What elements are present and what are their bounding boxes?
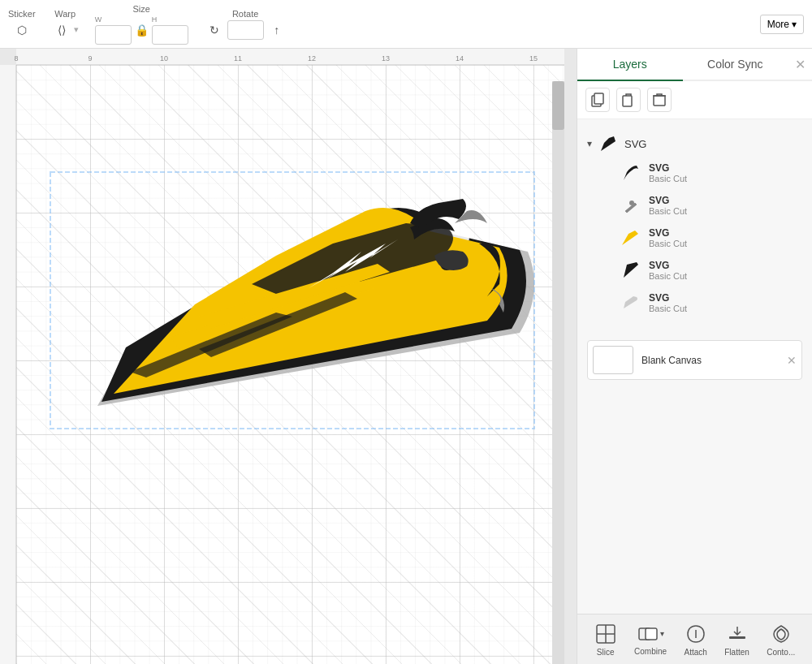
layer-parent-thumb-svg <box>599 135 617 153</box>
main-area: 8 9 10 11 12 13 14 15 <box>0 49 812 664</box>
combine-label: Combine <box>634 647 667 656</box>
layer-parent-name: SVG <box>624 138 646 150</box>
contour-label: Conto... <box>767 648 795 657</box>
layer-item-1[interactable]: SVG Basic Cut <box>620 157 802 189</box>
design-element[interactable] <box>49 170 536 430</box>
ruler-num-14: 14 <box>456 54 464 63</box>
canvas-area[interactable]: 8 9 10 11 12 13 14 15 <box>0 49 577 664</box>
layer-item-5[interactable]: SVG Basic Cut <box>620 287 802 319</box>
layer-item-type-1: Basic Cut <box>649 174 687 183</box>
contour-icon <box>770 623 793 645</box>
paste-layers-button[interactable] <box>616 88 641 112</box>
sticker-group: Sticker ⬡ <box>8 9 36 40</box>
svg-marker-9 <box>624 262 638 278</box>
panel-close-button[interactable]: ✕ <box>788 49 812 80</box>
copy-icon <box>590 93 605 107</box>
svg-rect-16 <box>729 636 745 639</box>
tab-color-sync[interactable]: Color Sync <box>683 49 788 81</box>
layer-item-name-3: SVG <box>649 227 687 239</box>
ruler-top: 8 9 10 11 12 13 14 15 <box>16 49 564 65</box>
svg-rect-4 <box>594 93 603 104</box>
blank-canvas-label: Blank Canvas <box>641 355 702 366</box>
height-input[interactable] <box>152 25 188 45</box>
combine-arrow[interactable]: ▾ <box>660 629 664 638</box>
rotate-label: Rotate <box>232 9 258 19</box>
layer-chevron-icon[interactable]: ▾ <box>587 138 592 149</box>
flatten-button[interactable]: Flatten <box>718 619 756 660</box>
layer-item-2[interactable]: SVG Basic Cut <box>620 189 802 222</box>
layer-item-name-2: SVG <box>649 195 687 206</box>
more-arrow: ▾ <box>792 19 797 30</box>
attach-label: Attach <box>685 648 707 657</box>
blank-canvas-close-button[interactable]: ✕ <box>787 354 797 367</box>
layer-item-info-3: SVG Basic Cut <box>649 227 687 248</box>
ruler-num-9: 9 <box>88 54 92 63</box>
panel-tabs: Layers Color Sync ✕ <box>577 49 812 81</box>
contour-button[interactable]: Conto... <box>760 619 801 660</box>
layer-item-4[interactable]: SVG Basic Cut <box>620 254 802 287</box>
delete-layers-button[interactable] <box>647 88 672 112</box>
rotate-input[interactable] <box>227 20 264 40</box>
layer-thumb-svg-5 <box>620 292 641 313</box>
warp-icon[interactable]: ⟨⟩ <box>52 20 71 40</box>
grid-canvas[interactable] <box>16 65 564 664</box>
blank-canvas-item[interactable]: Blank Canvas ✕ <box>587 340 802 380</box>
width-input[interactable] <box>95 25 132 45</box>
ruler-left <box>0 65 16 664</box>
layer-item-info-5: SVG Basic Cut <box>649 292 687 313</box>
layer-group-svg: ▾ SVG <box>577 126 812 324</box>
blank-canvas-area: Blank Canvas ✕ <box>577 332 812 388</box>
sticker-icon[interactable]: ⬡ <box>12 20 32 40</box>
layer-children: SVG Basic Cut SVG <box>620 157 802 319</box>
sticker-label: Sticker <box>8 9 36 19</box>
rotate-up-icon[interactable]: ↑ <box>267 20 287 40</box>
copy-layers-button[interactable] <box>585 88 610 112</box>
layer-item-type-4: Basic Cut <box>649 271 687 281</box>
layer-thumb-svg-2 <box>620 195 641 216</box>
layer-item-info-1: SVG Basic Cut <box>649 162 687 183</box>
layer-item-thumb-5 <box>620 291 642 314</box>
slice-button[interactable]: Slice <box>588 619 624 660</box>
warp-group: Warp ⟨⟩ ▾ <box>52 9 79 40</box>
flatten-icon <box>726 623 749 645</box>
combine-icon-row: ▾ <box>637 623 664 645</box>
layer-item-type-3: Basic Cut <box>649 239 687 248</box>
layer-thumb-svg-4 <box>620 260 641 281</box>
layer-thumb-svg-3 <box>620 227 641 248</box>
scrollbar-right[interactable] <box>552 81 564 664</box>
layer-item-thumb-3 <box>620 226 642 249</box>
more-group: More ▾ <box>760 15 804 34</box>
lock-icon[interactable]: 🔒 <box>135 24 149 37</box>
attach-button[interactable]: Attach <box>678 619 714 660</box>
layer-item-thumb-4 <box>620 259 642 282</box>
combine-button[interactable]: ▾ Combine <box>628 620 673 659</box>
flatten-label: Flatten <box>724 648 749 657</box>
layer-item-name-4: SVG <box>649 260 687 271</box>
attach-icon <box>685 623 707 645</box>
scrollbar-thumb[interactable] <box>552 81 564 130</box>
ruler-num-11: 11 <box>234 54 242 63</box>
layer-item-info-2: SVG Basic Cut <box>649 195 687 216</box>
svg-point-8 <box>629 200 634 205</box>
layer-item-thumb-1 <box>620 162 642 184</box>
ruler-num-10: 10 <box>160 54 168 63</box>
combine-icon <box>637 623 659 645</box>
rotate-group: Rotate ↻ ↑ <box>205 9 287 40</box>
paste-icon <box>621 93 636 107</box>
layer-item-3[interactable]: SVG Basic Cut <box>620 222 802 254</box>
layer-parent-svg[interactable]: ▾ SVG <box>587 131 802 157</box>
ruler-num-8: 8 <box>14 54 18 63</box>
size-label: Size <box>132 4 149 14</box>
ruler-num-15: 15 <box>529 54 538 63</box>
rotate-icon[interactable]: ↻ <box>205 20 224 40</box>
tab-layers[interactable]: Layers <box>577 49 683 81</box>
layer-parent-thumb <box>598 134 618 153</box>
layer-item-thumb-2 <box>620 194 642 217</box>
more-label: More <box>767 19 789 30</box>
warp-arrow[interactable]: ▾ <box>74 24 79 35</box>
ruler-num-12: 12 <box>308 54 316 63</box>
slice-icon <box>594 623 617 645</box>
size-group: Size W 🔒 H <box>95 4 188 45</box>
layers-list: ▾ SVG <box>577 119 812 614</box>
more-button[interactable]: More ▾ <box>760 15 804 34</box>
